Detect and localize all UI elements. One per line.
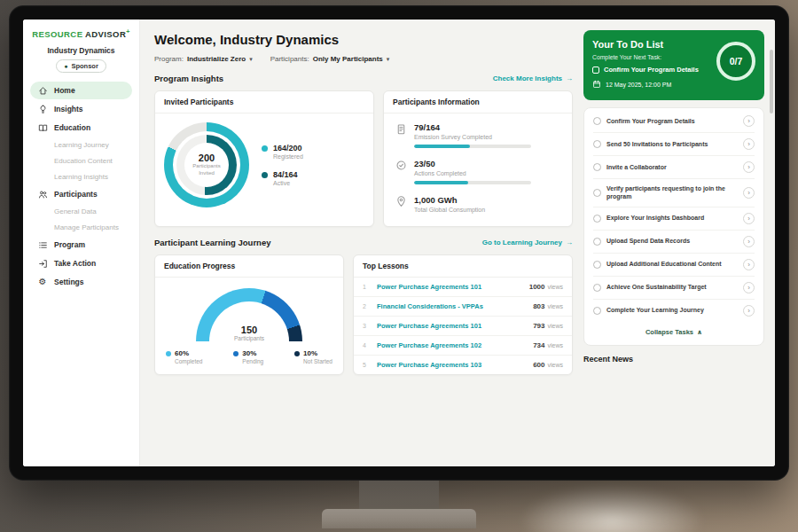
- todo-task-row[interactable]: Confirm Your Program Details ›: [593, 110, 755, 133]
- chevron-right-icon[interactable]: ›: [743, 213, 755, 224]
- todo-task-row[interactable]: Explore Your Insights Dashboard ›: [593, 207, 755, 231]
- logo-plus: +: [126, 28, 130, 35]
- checkbox-icon[interactable]: [593, 189, 601, 197]
- arrow-right-icon: →: [566, 74, 573, 82]
- chevron-right-icon[interactable]: ›: [743, 282, 755, 293]
- due-date-label: 12 May 2025, 12:00 PM: [606, 82, 671, 88]
- legend-dot: [166, 351, 171, 356]
- legend-item-pending: 30% Pending: [233, 349, 263, 364]
- donut-center-label: Participants Invited: [186, 163, 227, 177]
- chevron-down-icon: ▾: [249, 56, 253, 63]
- chevron-right-icon[interactable]: ›: [743, 161, 755, 173]
- monitor-bezel: RESOURCE ADVISOR+ Industry Dynamics ● Sp…: [9, 5, 789, 481]
- checkbox-icon[interactable]: [593, 284, 601, 292]
- chevron-right-icon[interactable]: ›: [743, 187, 755, 199]
- sidebar-item-learning-journey[interactable]: Learning Journey: [30, 137, 132, 153]
- donut-center-value: 200: [199, 153, 215, 163]
- lesson-title-link[interactable]: Financial Considerations - VPPAs: [377, 302, 526, 310]
- sidebar-item-insights[interactable]: Insights: [30, 100, 132, 118]
- sidebar-item-home[interactable]: Home: [30, 82, 132, 99]
- stat-value: 79/164: [414, 122, 531, 132]
- task-label: Confirm Your Program Details: [606, 117, 738, 125]
- todo-tasks-card: Confirm Your Program Details › Send 50 I…: [583, 107, 764, 346]
- legend-item-completed: 60% Completed: [166, 349, 202, 364]
- lesson-row[interactable]: 3 Power Purchase Agreements 101 793views: [354, 317, 572, 336]
- lesson-title-link[interactable]: Power Purchase Agreements 103: [377, 361, 526, 369]
- checkbox-icon[interactable]: [593, 261, 601, 269]
- lesson-row[interactable]: 5 Power Purchase Agreements 103 600views: [354, 356, 572, 374]
- donut-legend: 164/200 Registered 84/164 Active: [262, 144, 303, 186]
- sidebar-item-learning-insights[interactable]: Learning Insights: [30, 169, 132, 184]
- go-to-learning-journey-link[interactable]: Go to Learning Journey →: [482, 239, 573, 246]
- todo-task-row[interactable]: Upload Spend Data Records ›: [593, 231, 755, 254]
- filter-label: Program:: [154, 55, 184, 63]
- lesson-row[interactable]: 4 Power Purchase Agreements 102 734views: [354, 336, 572, 356]
- stat-label: Emission Survey Completed: [414, 134, 531, 140]
- chevron-right-icon[interactable]: ›: [743, 115, 755, 127]
- lesson-row[interactable]: 1 Power Purchase Agreements 101 1000view…: [354, 278, 572, 297]
- sponsor-icon: ●: [64, 63, 67, 69]
- section-title: Participant Learning Journey: [154, 238, 270, 247]
- legend-item-not-started: 10% Not Started: [294, 349, 332, 364]
- chevron-right-icon[interactable]: ›: [743, 259, 755, 270]
- sidebar-item-participants[interactable]: Participants: [30, 185, 132, 203]
- program-filter-dropdown[interactable]: Program: Industrialize Zero ▾: [154, 55, 253, 63]
- lesson-row[interactable]: 2 Financial Considerations - VPPAs 803vi…: [354, 297, 572, 317]
- card-title: Education Progress: [155, 255, 343, 278]
- sidebar-item-settings[interactable]: ⚙ Settings: [30, 273, 132, 291]
- sidebar-item-manage-participants[interactable]: Manage Participants: [30, 220, 132, 235]
- todo-task-row[interactable]: Upload Additional Educational Content ›: [593, 254, 755, 277]
- checkbox-icon[interactable]: [593, 163, 601, 171]
- collapse-tasks-button[interactable]: Collapse Tasks ∧: [593, 322, 755, 343]
- checkbox-icon[interactable]: [593, 117, 601, 125]
- participants-filter-dropdown[interactable]: Participants: Only My Participants ▾: [270, 55, 390, 63]
- stat-label: Total Global Consumption: [414, 207, 485, 213]
- legend-value: 164/200: [273, 144, 303, 153]
- legend-value: 84/164: [273, 170, 298, 179]
- todo-task-row[interactable]: Complete Your Learning Journey ›: [593, 300, 755, 322]
- sponsor-badge: ● Sponsor: [56, 59, 106, 73]
- lesson-title-link[interactable]: Power Purchase Agreements 102: [377, 341, 526, 349]
- task-label: Verify participants requesting to join t…: [606, 184, 738, 201]
- sidebar-item-program[interactable]: Program: [30, 236, 132, 254]
- chevron-right-icon[interactable]: ›: [743, 138, 755, 150]
- todo-task-row[interactable]: Verify participants requesting to join t…: [593, 179, 755, 207]
- top-lessons-card: Top Lessons 1 Power Purchase Agreements …: [353, 254, 573, 375]
- lightbulb-icon: [37, 104, 48, 114]
- todo-panel: Your To Do List Complete Your Next Task:…: [583, 20, 775, 466]
- todo-task-row[interactable]: Send 50 Invitations to Participants ›: [593, 133, 755, 156]
- scrollbar[interactable]: [770, 50, 773, 113]
- checkbox-icon[interactable]: [592, 66, 599, 74]
- lesson-views: 600: [533, 361, 544, 369]
- task-label: Upload Spend Data Records: [606, 237, 738, 245]
- todo-task-row[interactable]: Invite a Collaborator ›: [593, 156, 755, 179]
- lesson-title-link[interactable]: Power Purchase Agreements 101: [377, 283, 522, 291]
- legend-value: 60%: [175, 349, 202, 357]
- sidebar-item-label: Learning Insights: [54, 173, 108, 181]
- monitor-stand-neck: [359, 477, 439, 512]
- check-more-insights-link[interactable]: Check More Insights →: [493, 74, 573, 82]
- stat-emission-survey: 79/164 Emission Survey Completed: [395, 117, 561, 153]
- lesson-title-link[interactable]: Power Purchase Agreements 101: [377, 322, 526, 330]
- chevron-right-icon[interactable]: ›: [743, 305, 755, 317]
- checkbox-icon[interactable]: [593, 215, 601, 223]
- checkbox-icon[interactable]: [593, 140, 601, 148]
- action-arrow-icon: [37, 258, 48, 269]
- todo-progress-ring: 0/7: [716, 42, 755, 81]
- checkbox-icon[interactable]: [593, 307, 601, 315]
- sidebar-item-education[interactable]: Education: [30, 119, 132, 137]
- todo-task-row[interactable]: Achieve One Sustainability Target ›: [593, 277, 755, 300]
- sidebar-item-general-data[interactable]: General Data: [30, 204, 132, 219]
- legend-label: Active: [273, 180, 298, 186]
- people-icon: [37, 189, 48, 200]
- sidebar-item-education-content[interactable]: Education Content: [30, 153, 132, 168]
- sidebar-item-take-action[interactable]: Take Action: [30, 254, 132, 272]
- sidebar-item-label: Education: [54, 123, 90, 132]
- chevron-right-icon[interactable]: ›: [743, 236, 755, 247]
- checkbox-icon[interactable]: [593, 238, 601, 246]
- page-title: Welcome, Industry Dynamics: [154, 32, 573, 47]
- legend-item-active: 84/164 Active: [262, 170, 303, 186]
- stat-value: 23/50: [414, 159, 531, 168]
- lesson-rank: 3: [363, 323, 370, 329]
- location-pin-icon: [395, 195, 407, 217]
